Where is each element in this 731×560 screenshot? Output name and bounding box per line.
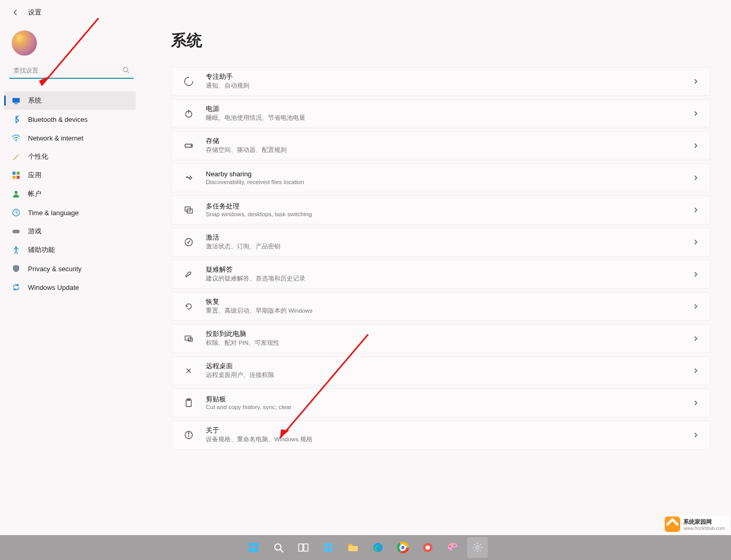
- trouble-icon: [183, 269, 194, 280]
- access-icon: [11, 245, 21, 255]
- bluetooth-icon: [11, 115, 21, 124]
- setting-title: 疑难解答: [206, 266, 305, 273]
- setting-multi[interactable]: 多任务处理Snap windows, desktops, task switch…: [171, 195, 710, 225]
- svg-point-16: [191, 145, 192, 146]
- personal-icon: [11, 152, 21, 161]
- setting-storage[interactable]: 存储存储空间、驱动器、配置规则: [171, 131, 710, 160]
- svg-rect-41: [324, 548, 328, 552]
- sidebar-item-time[interactable]: Time & language: [4, 203, 136, 222]
- watermark-url: www.hnzkhbsb.com: [683, 526, 725, 531]
- setting-power[interactable]: 电源睡眠、电池使用情况、节省电池电量: [171, 99, 710, 128]
- taskbar-settings[interactable]: [467, 537, 488, 558]
- svg-point-53: [449, 546, 451, 548]
- taskbar-widgets[interactable]: [318, 537, 339, 558]
- setting-title: 存储: [206, 137, 287, 145]
- setting-desc: Cut and copy history, sync, clear: [206, 404, 291, 410]
- system-icon: [11, 96, 21, 105]
- setting-desc: Snap windows, desktops, task switching: [206, 211, 312, 217]
- svg-rect-37: [299, 544, 303, 551]
- setting-focus[interactable]: 专注助手通知、自动规则: [171, 67, 710, 96]
- svg-rect-22: [186, 400, 191, 407]
- taskbar-browser[interactable]: [417, 537, 438, 558]
- setting-desc: 权限、配对 PIN、可发现性: [206, 339, 279, 347]
- taskbar-search[interactable]: [268, 537, 289, 558]
- back-button[interactable]: [9, 6, 22, 19]
- sidebar-item-access[interactable]: 辅助功能: [4, 241, 136, 259]
- sidebar-item-bluetooth[interactable]: Bluetooth & devices: [4, 110, 136, 129]
- chevron-right-icon: [693, 334, 698, 343]
- gaming-icon: [11, 227, 21, 236]
- watermark-icon: [665, 516, 680, 532]
- setting-remote[interactable]: 远程桌面远程桌面用户、连接权限: [171, 356, 710, 385]
- sidebar-item-update[interactable]: Windows Update: [4, 278, 136, 297]
- setting-nearby[interactable]: Nearby sharingDiscoverability, received …: [171, 163, 710, 192]
- setting-desc: 存储空间、驱动器、配置规则: [206, 146, 287, 154]
- setting-desc: 设备规格、重命名电脑、Windows 规格: [206, 436, 313, 443]
- taskbar-edge[interactable]: [368, 537, 388, 558]
- sidebar-item-apps[interactable]: 应用: [4, 166, 136, 185]
- svg-rect-32: [254, 543, 258, 547]
- svg-rect-5: [12, 172, 16, 175]
- settings-list: 专注助手通知、自动规则电源睡眠、电池使用情况、节省电池电量存储存储空间、驱动器、…: [171, 67, 710, 450]
- activate-icon: [183, 236, 194, 248]
- sidebar-item-accounts[interactable]: 帐户: [4, 185, 136, 203]
- taskbar-explorer[interactable]: [343, 537, 363, 558]
- taskbar: [0, 535, 731, 560]
- sidebar-item-gaming[interactable]: 游戏: [4, 222, 136, 241]
- svg-rect-7: [12, 176, 16, 179]
- setting-title: 电源: [206, 105, 305, 113]
- svg-rect-33: [249, 548, 253, 552]
- chevron-right-icon: [693, 398, 698, 408]
- watermark-name: 系统家园网: [683, 518, 725, 526]
- setting-title: 恢复: [206, 298, 313, 305]
- setting-project[interactable]: 投影到此电脑权限、配对 PIN、可发现性: [171, 324, 710, 353]
- watermark: 系统家园网 www.hnzkhbsb.com: [664, 515, 729, 533]
- multi-icon: [183, 204, 194, 216]
- setting-desc: 远程桌面用户、连接权限: [206, 371, 274, 379]
- svg-rect-3: [15, 103, 18, 104]
- time-icon: [11, 208, 21, 217]
- setting-about[interactable]: 关于设备规格、重命名电脑、Windows 规格: [171, 421, 710, 450]
- taskbar-start[interactable]: [243, 537, 264, 558]
- sidebar-item-label: 帐户: [28, 189, 41, 199]
- sidebar-item-privacy[interactable]: Privacy & security: [4, 259, 136, 278]
- setting-activate[interactable]: 激活激活状态、订阅、产品密钥: [171, 228, 710, 257]
- setting-desc: 重置、高级启动、早期版本的 Windows: [206, 307, 313, 315]
- taskbar-taskview[interactable]: [293, 537, 314, 558]
- svg-rect-8: [17, 176, 20, 179]
- search-input[interactable]: 查找设置: [9, 63, 134, 79]
- svg-line-1: [128, 71, 130, 73]
- taskbar-chrome[interactable]: [392, 537, 413, 558]
- sidebar-item-label: 系统: [28, 96, 41, 105]
- privacy-icon: [11, 264, 21, 273]
- setting-trouble[interactable]: 疑难解答建议的疑难解答、首选项和历史记录: [171, 260, 710, 289]
- setting-title: 关于: [206, 427, 313, 434]
- recovery-icon: [183, 301, 194, 312]
- svg-point-4: [16, 141, 17, 142]
- chevron-right-icon: [693, 109, 698, 118]
- svg-point-52: [426, 545, 430, 550]
- page-title: 系统: [171, 30, 710, 51]
- svg-rect-2: [12, 98, 20, 103]
- svg-rect-11: [12, 230, 20, 233]
- remote-icon: [183, 365, 194, 376]
- nav-list: 系统Bluetooth & devicesNetwork & internet个…: [4, 91, 136, 297]
- svg-point-0: [123, 67, 128, 71]
- sidebar-item-label: 游戏: [28, 227, 41, 236]
- sidebar-item-label: Network & internet: [28, 134, 83, 142]
- about-icon: [183, 429, 194, 441]
- sidebar-item-network[interactable]: Network & internet: [4, 129, 136, 147]
- setting-clip[interactable]: 剪贴板Cut and copy history, sync, clear: [171, 388, 710, 417]
- setting-desc: 睡眠、电池使用情况、节省电池电量: [206, 114, 305, 122]
- chevron-right-icon: [693, 302, 698, 311]
- svg-point-12: [15, 246, 17, 248]
- setting-desc: 建议的疑难解答、首选项和历史记录: [206, 275, 305, 283]
- svg-rect-40: [329, 543, 332, 547]
- chevron-right-icon: [693, 430, 698, 440]
- sidebar-item-personal[interactable]: 个性化: [4, 147, 136, 166]
- avatar[interactable]: [11, 30, 37, 56]
- setting-recovery[interactable]: 恢复重置、高级启动、早期版本的 Windows: [171, 292, 710, 321]
- svg-point-55: [454, 545, 456, 547]
- sidebar-item-system[interactable]: 系统: [4, 91, 136, 110]
- taskbar-paint[interactable]: [442, 537, 463, 558]
